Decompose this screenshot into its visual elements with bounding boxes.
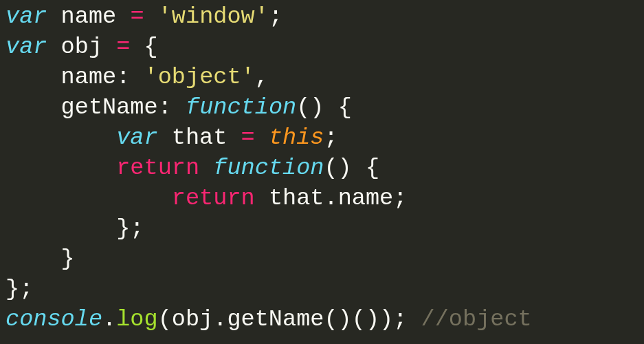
- comment: //object: [421, 306, 532, 332]
- keyword-function: function: [186, 94, 296, 120]
- code-line: console.log(obj.getName()()); //object: [5, 306, 532, 332]
- keyword-this: this: [269, 125, 324, 151]
- keyword-return: return: [172, 185, 255, 211]
- keyword-var: var: [5, 3, 47, 30]
- code-line: return function() {: [5, 155, 379, 181]
- code-line: name: 'object',: [5, 64, 269, 90]
- code-line: var name = 'window';: [5, 3, 282, 30]
- code-line: };: [5, 276, 33, 302]
- string-literal: 'object': [144, 64, 255, 90]
- keyword-var: var: [5, 34, 47, 60]
- string-literal: 'window': [158, 3, 269, 30]
- code-line: }: [5, 246, 75, 272]
- keyword-return: return: [116, 155, 199, 181]
- code-line: return that.name;: [5, 185, 407, 211]
- code-line: getName: function() {: [5, 94, 352, 120]
- keyword-function: function: [213, 155, 324, 181]
- code-editor[interactable]: var name = 'window'; var obj = { name: '…: [0, 0, 644, 340]
- keyword-var: var: [116, 125, 157, 151]
- code-line: };: [5, 215, 144, 241]
- code-line: var obj = {: [5, 34, 158, 60]
- code-line: var that = this;: [5, 125, 338, 151]
- identifier-console: console: [5, 306, 102, 332]
- method-log: log: [116, 306, 157, 332]
